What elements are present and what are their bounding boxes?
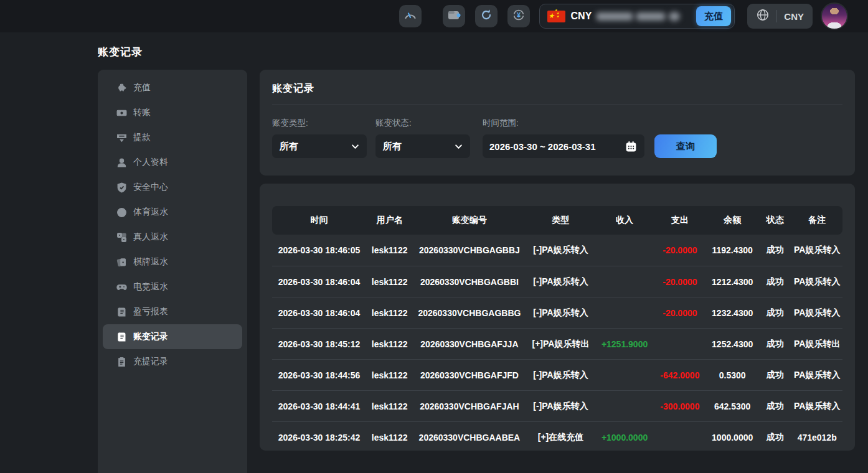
soccer-ball-icon — [116, 207, 127, 218]
piggy-bank-icon — [116, 83, 127, 93]
sidebar-item-label: 提款 — [133, 132, 151, 143]
sidebar-item-security[interactable]: 安全中心 — [103, 175, 242, 200]
cell-balance: 1212.4300 — [706, 277, 758, 287]
records-scroll-icon — [116, 332, 127, 342]
cell-balance: 1000.0000 — [706, 433, 758, 443]
sidebar-item-cards-rebate[interactable]: 棋牌返水 — [103, 250, 242, 274]
atm-icon — [116, 133, 127, 143]
column-header-remark: 备注 — [791, 215, 842, 226]
table-body: 2026-03-30 18:46:05 lesk1122 20260330VCH… — [272, 235, 842, 451]
refresh-button[interactable] — [475, 5, 498, 27]
sidebar-item-deposit[interactable]: 充值 — [103, 75, 242, 100]
cell-remark: PA娱乐转入 — [791, 307, 842, 319]
sidebar-item-label: 盈亏报表 — [133, 306, 168, 317]
cell-type: [-]PA娱乐转入 — [526, 370, 596, 381]
calendar-icon — [625, 140, 638, 153]
sidebar-item-transfer[interactable]: 转账 — [103, 100, 242, 125]
playing-cards-icon — [116, 257, 127, 268]
cell-order-no: 20260330VCHBGAFJAH — [413, 401, 526, 411]
filter-card-title: 账变记录 — [272, 82, 842, 95]
cell-time: 2026-03-30 18:46:04 — [272, 277, 366, 287]
search-button[interactable]: 查询 — [654, 134, 717, 158]
gamepad-icon — [116, 282, 127, 293]
cell-expense: -300.0000 — [654, 401, 706, 411]
sidebar-item-label: 棋牌返水 — [133, 256, 168, 268]
sidebar-item-label: 充提记录 — [133, 356, 168, 367]
masked-balance — [597, 12, 680, 21]
cell-remark: PA娱乐转入 — [791, 276, 842, 288]
cell-username: lesk1122 — [366, 401, 413, 411]
column-header-order-no: 账变编号 — [413, 215, 526, 226]
sidebar-item-label: 体育返水 — [133, 207, 168, 218]
cell-balance: 0.5300 — [706, 370, 758, 380]
cell-type: [+]PA娱乐转出 — [526, 339, 596, 350]
divider — [776, 10, 777, 22]
deposit-button[interactable]: 充值 — [696, 6, 731, 26]
filter-card: 账变记录 账变类型: 所有 账变状态: 所有 — [260, 70, 855, 176]
wallet-button[interactable] — [443, 5, 465, 27]
date-range-input[interactable]: 2026-03-30 ~ 2026-03-31 — [483, 134, 644, 158]
locale-currency-label: CNY — [784, 11, 804, 22]
change-type-select[interactable]: 所有 — [272, 134, 367, 158]
sidebar-item-label: 充值 — [133, 82, 151, 93]
cell-balance: 642.5300 — [706, 401, 758, 411]
cell-order-no: 20260330VCHBGAGBBG — [413, 308, 526, 318]
column-header-type: 类型 — [526, 215, 596, 226]
cell-username: lesk1122 — [366, 308, 413, 318]
wallet-icon — [446, 7, 461, 25]
sidebar-item-withdraw[interactable]: 提款 — [103, 125, 242, 150]
sidebar-item-deposit-withdraw-records[interactable]: 充提记录 — [103, 349, 242, 374]
column-header-income: 收入 — [595, 215, 653, 226]
column-header-status: 状态 — [758, 215, 791, 226]
topbar: ¥ ★★★★ CNY 充值 CNY — [0, 0, 868, 32]
cell-username: lesk1122 — [366, 277, 413, 287]
cell-order-no: 20260330VCHBGAGBBJ — [413, 245, 526, 255]
table-row: 2026-03-30 18:44:56 lesk1122 20260330VCH… — [272, 359, 842, 390]
change-type-label: 账变类型: — [272, 118, 367, 129]
sidebar-item-pnl-report[interactable]: 盈亏报表 — [103, 299, 242, 324]
sidebar-item-account-records[interactable]: 账变记录 — [103, 324, 242, 349]
speedometer-button[interactable] — [399, 5, 422, 27]
cell-username: lesk1122 — [366, 245, 413, 255]
refresh-icon — [479, 7, 494, 25]
shield-check-icon — [116, 182, 127, 193]
cell-type: [+]在线充值 — [526, 432, 596, 443]
cell-remark: PA娱乐转入 — [791, 370, 842, 381]
sidebar-item-live-rebate[interactable]: 真人返水 — [103, 225, 242, 250]
user-avatar[interactable] — [821, 2, 848, 30]
sidebar-item-sports-rebate[interactable]: 体育返水 — [103, 200, 242, 225]
cell-order-no: 20260330VCHBGAGBBI — [413, 277, 526, 287]
cell-status: 成功 — [758, 370, 791, 381]
currency-exchange-icon: ¥ — [511, 7, 526, 25]
chevron-down-icon — [455, 143, 463, 151]
table-row: 2026-03-30 18:44:41 lesk1122 20260330VCH… — [272, 390, 842, 421]
clipboard-icon — [116, 357, 127, 367]
change-status-select[interactable]: 所有 — [375, 134, 470, 158]
wallet-balance-pill[interactable]: ★★★★ CNY 充值 — [539, 4, 735, 29]
page-content: 账变记录 充值 转账 提款 — [0, 45, 868, 473]
globe-icon — [756, 8, 770, 24]
cell-time: 2026-03-30 18:46:05 — [272, 245, 366, 255]
change-status-value: 所有 — [383, 141, 402, 152]
cell-status: 成功 — [758, 307, 791, 319]
main-column: 账变记录 账变类型: 所有 账变状态: 所有 — [260, 70, 855, 451]
column-header-username: 用户名 — [366, 215, 413, 226]
cell-expense: -20.0000 — [654, 277, 706, 287]
chevron-down-icon — [351, 143, 359, 151]
currency-exchange-button[interactable]: ¥ — [507, 5, 530, 27]
cell-status: 成功 — [758, 276, 791, 288]
sidebar-item-profile[interactable]: 个人资料 — [103, 150, 242, 175]
time-range-label: 时间范围: — [483, 118, 654, 129]
speedometer-icon — [403, 7, 418, 25]
cell-expense: -20.0000 — [654, 308, 706, 318]
locale-currency-button[interactable]: CNY — [747, 4, 813, 29]
sidebar-item-label: 账变记录 — [133, 331, 168, 342]
sidebar-item-esports-rebate[interactable]: 电竞返水 — [103, 274, 242, 299]
sidebar-item-label: 转账 — [133, 107, 151, 118]
table-row: 2026-03-30 18:46:04 lesk1122 20260330VCH… — [272, 266, 842, 297]
sidebar-item-label: 真人返水 — [133, 232, 168, 243]
cell-order-no: 20260330VCHBGAABEA — [413, 433, 526, 443]
cell-balance: 1192.4300 — [706, 245, 758, 255]
divider — [272, 105, 842, 105]
cell-time: 2026-03-30 18:44:41 — [272, 401, 366, 411]
